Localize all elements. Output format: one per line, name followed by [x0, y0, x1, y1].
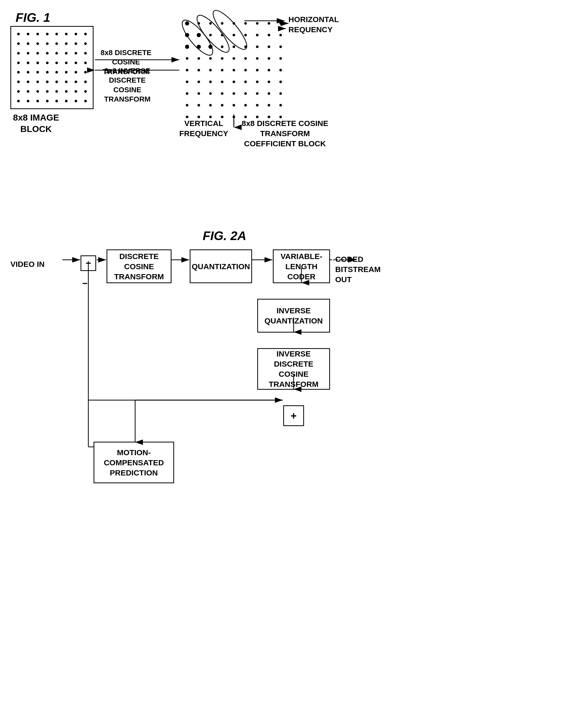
dct-coeff-grid	[179, 16, 288, 125]
svg-point-12	[197, 22, 200, 25]
svg-point-77	[221, 104, 223, 107]
svg-point-47	[186, 69, 188, 71]
dct-coeff-block-label: 8x8 DISCRETE COSINE TRANSFORM COEFFICIEN…	[242, 118, 328, 149]
grid-dot	[62, 77, 71, 87]
grid-dot	[42, 77, 52, 87]
grid-dot	[52, 87, 62, 96]
svg-point-65	[186, 92, 188, 95]
svg-point-11	[185, 21, 189, 25]
grid-dot	[33, 29, 43, 39]
grid-dot	[14, 39, 23, 49]
svg-point-49	[209, 69, 212, 71]
svg-point-30	[197, 45, 201, 49]
grid-dot	[62, 49, 71, 58]
svg-point-78	[233, 104, 235, 107]
svg-point-16	[244, 22, 247, 25]
svg-point-67	[209, 92, 212, 95]
svg-point-25	[244, 34, 247, 36]
motion-comp-box: MOTION- COMPENSATED PREDICTION	[94, 442, 174, 483]
grid-dot	[42, 68, 52, 77]
svg-point-35	[256, 45, 259, 48]
horiz-freq-label: HORIZONTAL REQUENCY	[288, 14, 339, 35]
grid-dot	[81, 39, 90, 49]
grid-dot	[71, 96, 81, 106]
vert-freq-label: VERTICAL FREQUENCY	[179, 118, 228, 138]
svg-point-40	[209, 57, 212, 60]
svg-point-88	[244, 116, 247, 118]
svg-point-54	[268, 69, 270, 71]
svg-point-31	[208, 45, 213, 49]
svg-point-58	[209, 81, 212, 83]
grid-dot	[14, 29, 23, 39]
svg-point-51	[233, 69, 235, 71]
grid-dot	[23, 96, 33, 106]
svg-point-45	[268, 57, 270, 60]
grid-dot	[33, 58, 43, 68]
grid-dot	[52, 29, 62, 39]
svg-point-86	[221, 116, 223, 118]
svg-point-38	[186, 57, 188, 60]
grid-dot	[62, 96, 71, 106]
svg-point-57	[197, 81, 200, 83]
grid-dot	[23, 29, 33, 39]
grid-dot	[14, 96, 23, 106]
grid-dot	[71, 68, 81, 77]
dct-inverse-label: 8x8 INVERSE DISCRETE COSINE TRANSFORM	[95, 66, 160, 104]
grid-dot	[52, 49, 62, 58]
svg-point-62	[256, 81, 259, 83]
svg-point-73	[279, 92, 282, 95]
grid-dot	[33, 77, 43, 87]
svg-point-28	[279, 34, 282, 36]
svg-point-48	[197, 69, 200, 71]
grid-dot	[62, 39, 71, 49]
svg-point-7	[178, 16, 217, 59]
svg-point-23	[221, 34, 223, 36]
grid-dot	[71, 58, 81, 68]
grid-dot	[62, 29, 71, 39]
grid-dot	[81, 68, 90, 77]
image-block	[10, 26, 94, 109]
svg-point-84	[197, 116, 200, 118]
grid-dot	[81, 29, 90, 39]
grid-dot	[81, 58, 90, 68]
svg-point-79	[244, 104, 247, 107]
svg-point-53	[256, 69, 259, 71]
grid-dot	[23, 77, 33, 87]
svg-point-18	[268, 22, 270, 25]
svg-point-46	[279, 57, 282, 60]
svg-point-52	[244, 69, 247, 71]
svg-point-81	[268, 104, 270, 107]
svg-point-37	[279, 45, 282, 48]
grid-dot	[52, 96, 62, 106]
fig2a-label: FIG. 2A	[203, 229, 246, 243]
inv-quant-box: INVERSE QUANTIZATION	[257, 299, 330, 333]
svg-point-55	[279, 69, 282, 71]
grid-dot	[42, 58, 52, 68]
grid-dot	[81, 49, 90, 58]
grid-dot	[62, 58, 71, 68]
grid-dot	[33, 96, 43, 106]
grid-dot	[81, 96, 90, 106]
grid-dot	[71, 39, 81, 49]
grid-dot	[33, 49, 43, 58]
fig1-label: FIG. 1	[16, 10, 50, 25]
svg-point-17	[256, 22, 259, 25]
image-block-label: 8x8 IMAGE BLOCK	[13, 112, 59, 135]
inv-dct-box: INVERSE DISCRETE COSINE TRANSFORM	[257, 348, 330, 390]
svg-point-13	[209, 22, 212, 25]
grid-dot	[42, 96, 52, 106]
grid-dot	[23, 49, 33, 58]
svg-point-42	[233, 57, 235, 60]
grid-dot	[52, 58, 62, 68]
video-in-label: VIDEO IN	[10, 260, 45, 269]
svg-point-70	[244, 92, 247, 95]
quantization-box: QUANTIZATION	[190, 249, 252, 283]
svg-point-87	[233, 116, 235, 118]
grid-dot	[33, 68, 43, 77]
svg-point-61	[244, 81, 247, 83]
grid-dot	[23, 68, 33, 77]
grid-dot	[81, 87, 90, 96]
grid-dot	[62, 68, 71, 77]
grid-dot	[71, 49, 81, 58]
svg-point-56	[186, 81, 188, 83]
